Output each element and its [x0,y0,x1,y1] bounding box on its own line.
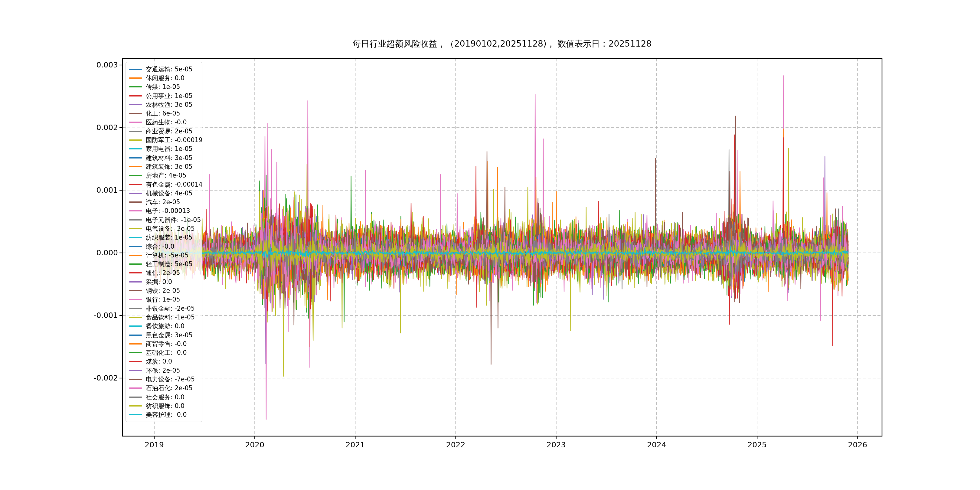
legend-label: 美容护理: -0.0 [146,411,187,418]
legend-label: 电气设备: -3e-05 [146,225,195,232]
x-tick-label-2019: 2019 [133,441,175,449]
legend: 交通运输: 5e-05休闲服务: 0.0传媒: 1e-05公用事业: 1e-05… [126,62,202,422]
legend-label: 有色金属: -0.00014 [146,181,203,188]
legend-item-3: 公用事业: 1e-05 [129,91,199,100]
legend-item-19: 纺织服装: 1e-05 [129,233,199,242]
legend-label: 纺织服装: 1e-05 [146,234,192,241]
legend-label: 休闲服务: 0.0 [146,75,185,81]
legend-color-line [129,405,142,407]
legend-item-9: 家用电器: 1e-05 [129,145,199,153]
legend-color-line [129,78,142,79]
legend-color-line [129,290,142,291]
legend-color-line [129,317,142,318]
legend-item-30: 黑色金属: 3e-05 [129,331,199,339]
legend-item-36: 石油石化: 2e-05 [129,384,199,393]
legend-label: 建筑装饰: 3e-05 [146,163,192,170]
legend-label: 社会服务: 0.0 [146,394,185,401]
legend-label: 电力设备: -7e-05 [146,376,195,383]
legend-item-6: 医药生物: -0.0 [129,118,199,127]
legend-label: 钢铁: 2e-05 [146,287,180,294]
y-tick-label-0.001: 0.001 [73,186,118,194]
legend-item-39: 美容护理: -0.0 [129,410,199,419]
legend-color-line [129,379,142,380]
legend-label: 煤炭: 0.0 [146,358,172,365]
legend-label: 计算机: -5e-05 [146,252,188,259]
legend-color-line [129,387,142,389]
legend-item-21: 计算机: -5e-05 [129,251,199,259]
figure: 每日行业超额风险收益，（20190102,20251128)， 数值表示日：20… [0,0,980,490]
legend-item-1: 休闲服务: 0.0 [129,73,199,82]
legend-label: 纺织服饰: 0.0 [146,402,185,409]
legend-item-8: 国防军工: -0.00019 [129,135,199,144]
legend-label: 汽车: 2e-05 [146,199,180,205]
legend-label: 电子: -0.00013 [146,207,190,214]
legend-label: 机械设备: 4e-05 [146,190,192,197]
legend-item-35: 电力设备: -7e-05 [129,375,199,383]
legend-color-line [129,130,142,132]
legend-item-4: 农林牧渔: 3e-05 [129,100,199,109]
legend-label: 房地产: 4e-05 [146,172,186,179]
legend-color-line [129,104,142,105]
legend-color-line [129,166,142,167]
legend-label: 非银金融: -2e-05 [146,305,195,312]
legend-item-15: 汽车: 2e-05 [129,197,199,206]
x-tick-label-2022: 2022 [435,441,477,449]
legend-item-27: 非银金融: -2e-05 [129,304,199,313]
legend-item-10: 建筑材料: 3e-05 [129,153,199,162]
legend-color-line [129,370,142,371]
legend-color-line [129,281,142,283]
legend-item-22: 轻工制造: 5e-05 [129,260,199,269]
legend-item-5: 化工: 6e-05 [129,109,199,118]
legend-label: 食品饮料: -1e-05 [146,314,195,321]
legend-label: 石油石化: 2e-05 [146,385,192,391]
legend-label: 公用事业: 1e-05 [146,92,192,99]
legend-item-34: 环保: 2e-05 [129,366,199,375]
legend-color-line [129,86,142,88]
legend-item-7: 商业贸易: 2e-05 [129,127,199,135]
legend-item-29: 餐饮旅游: 0.0 [129,322,199,331]
legend-label: 基础化工: -0.0 [146,349,187,356]
legend-label: 商业贸易: 2e-05 [146,128,192,135]
legend-label: 医药生物: -0.0 [146,119,187,126]
legend-item-32: 基础化工: -0.0 [129,348,199,357]
y-tick-label-0.000: 0.000 [73,249,118,256]
legend-color-line [129,237,142,238]
legend-color-line [129,175,142,176]
legend-item-18: 电气设备: -3e-05 [129,224,199,233]
legend-label: 建筑材料: 3e-05 [146,154,192,161]
x-tick-label-2026: 2026 [836,441,879,449]
legend-color-line [129,68,142,70]
legend-color-line [129,334,142,336]
legend-color-line [129,299,142,300]
y-tick-label-0.003: 0.003 [73,61,118,68]
legend-label: 电子元器件: -1e-05 [146,216,201,223]
legend-label: 餐饮旅游: 0.0 [146,323,185,329]
legend-item-33: 煤炭: 0.0 [129,357,199,366]
legend-color-line [129,219,142,221]
legend-item-11: 建筑装饰: 3e-05 [129,162,199,171]
legend-item-16: 电子: -0.00013 [129,207,199,215]
legend-color-line [129,396,142,398]
y-tick-label--0.001: -0.001 [73,312,118,319]
legend-item-28: 食品饮料: -1e-05 [129,313,199,321]
y-tick-label--0.002: -0.002 [73,374,118,382]
legend-color-line [129,263,142,265]
legend-color-line [129,202,142,203]
legend-color-line [129,343,142,345]
legend-item-0: 交通运输: 5e-05 [129,65,199,73]
legend-item-31: 商贸零售: -0.0 [129,339,199,348]
legend-color-line [129,255,142,256]
legend-label: 农林牧渔: 3e-05 [146,101,192,108]
legend-item-23: 通信: 2e-05 [129,269,199,277]
legend-label: 交通运输: 5e-05 [146,66,192,73]
legend-color-line [129,113,142,114]
legend-label: 黑色金属: 3e-05 [146,332,192,339]
legend-label: 家用电器: 1e-05 [146,145,192,152]
legend-color-line [129,228,142,229]
legend-label: 商贸零售: -0.0 [146,340,187,347]
legend-label: 采掘: 0.0 [146,278,172,285]
legend-label: 传媒: 1e-05 [146,83,180,90]
legend-item-14: 机械设备: 4e-05 [129,189,199,197]
x-tick-label-2024: 2024 [635,441,678,449]
legend-label: 化工: 6e-05 [146,110,180,117]
